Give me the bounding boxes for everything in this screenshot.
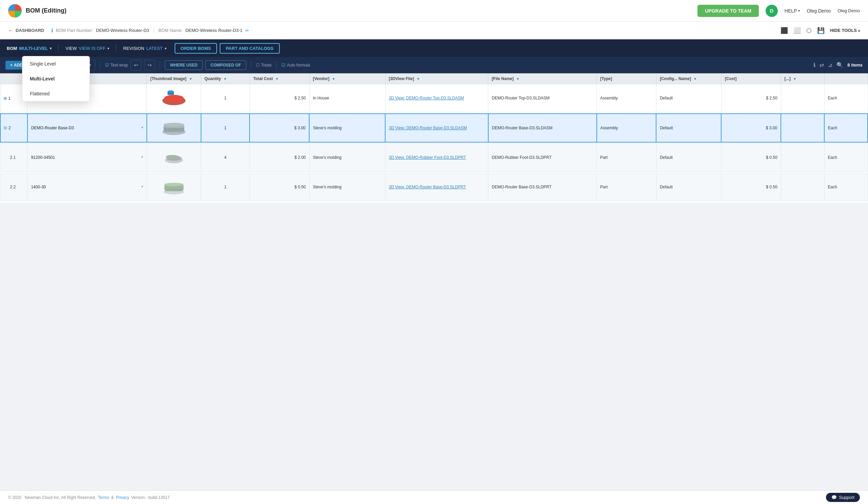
quantity-filter-icon[interactable]: ▼ bbox=[224, 77, 227, 81]
export-icon[interactable]: ⬜ bbox=[793, 27, 801, 34]
search-action-icon[interactable]: 🔍 bbox=[836, 62, 843, 68]
top-navigation: BOM (Editing) UPGRADE TO TEAM D HELP ▾ O… bbox=[0, 0, 868, 22]
col-type: [Type] bbox=[597, 74, 657, 84]
extra-cell bbox=[781, 114, 824, 142]
order-boms-button[interactable]: ORDER BOMS bbox=[175, 43, 217, 54]
part-catalogs-button[interactable]: PART AND CATALOGS bbox=[220, 43, 279, 54]
part-name-cell[interactable]: 91200-34501 ▾ bbox=[28, 143, 147, 172]
3dview-cell: 3D View: DEMO-Rubber Foot-D3.SLDPRT bbox=[385, 143, 488, 172]
save-icon[interactable]: 💾 bbox=[817, 27, 825, 34]
quantity-cell: 1 bbox=[201, 114, 250, 142]
part-name-cell[interactable]: DEMO-Router Base-D3 ▾ bbox=[28, 114, 147, 142]
version-info: Version: -build-13517 bbox=[131, 495, 169, 500]
table-row: 2.1 91200-34501 ▾ 4 $ 2.00 Steve's moldi… bbox=[0, 143, 868, 172]
totals-toggle[interactable]: ☐ Totals bbox=[256, 63, 271, 68]
bom-metadata: ℹ BOM Part Number: DEMO-Wireless Router-… bbox=[51, 28, 249, 33]
row-dropdown-icon[interactable]: ▾ bbox=[141, 155, 143, 159]
type-cell: Part bbox=[597, 143, 657, 172]
col-thumbnail: [Thumbnail Image] ▼ bbox=[147, 74, 201, 84]
single-level-option[interactable]: Single Level bbox=[22, 56, 90, 71]
filter-action-icon[interactable]: ⊿ bbox=[828, 62, 833, 68]
where-used-button[interactable]: WHERE USED bbox=[165, 60, 203, 70]
expand-button[interactable]: ⊖ bbox=[3, 125, 7, 130]
auto-formula-checkbox-icon: ☑ bbox=[281, 62, 286, 68]
undo-button[interactable]: ↩ bbox=[131, 60, 141, 71]
info-action-icon[interactable]: ℹ bbox=[814, 62, 815, 68]
vendor-filter-icon[interactable]: ▼ bbox=[332, 77, 335, 81]
plus-icon: + bbox=[10, 63, 12, 68]
config-cell: Default bbox=[656, 114, 721, 142]
edit-bom-name-icon[interactable]: ✏ bbox=[245, 28, 249, 33]
terms-link[interactable]: Terms bbox=[98, 495, 109, 500]
share-icon[interactable]: ⬡ bbox=[806, 27, 812, 34]
link-action-icon[interactable]: ⇄ bbox=[819, 62, 824, 68]
nav-right: UPGRADE TO TEAM D HELP ▾ Oleg Demo Oleg … bbox=[698, 5, 860, 17]
3dview-link[interactable]: 3D View: DEMO-Router Top-D3.SLDASM bbox=[389, 96, 464, 100]
thumbnail-image bbox=[161, 86, 187, 110]
bom-table: Part Number/Name [Thumbnail Image] ▼ Qua… bbox=[0, 73, 868, 203]
unit-cell: Each bbox=[824, 143, 868, 172]
hide-tools-button[interactable]: HIDE TOOLS ▴ bbox=[830, 28, 860, 33]
total-cost-filter-icon[interactable]: ▼ bbox=[275, 77, 279, 81]
table-row: ⊖2 DEMO-Router Base-D3 ▾ 1 $ 3.00 Steve'… bbox=[0, 114, 868, 142]
total-cost-cell: $ 0.50 bbox=[249, 173, 309, 201]
part-name-cell[interactable]: 1400-30 ▾ bbox=[28, 173, 147, 201]
privacy-link[interactable]: Privacy bbox=[116, 495, 129, 500]
3dview-link[interactable]: 3D View: DEMO-Router Base-D3.SLDPRT bbox=[389, 185, 466, 189]
multi-level-option[interactable]: Multi-Level bbox=[22, 71, 90, 86]
view-dropdown[interactable]: View VIEW IS OFF ▾ bbox=[65, 46, 109, 51]
filename-filter-icon[interactable]: ▼ bbox=[516, 77, 519, 81]
row-number: 2.1 bbox=[0, 143, 28, 172]
3dview-filter-icon[interactable]: ▼ bbox=[416, 77, 420, 81]
thumbnail-filter-icon[interactable]: ▼ bbox=[189, 77, 192, 81]
config-filter-icon[interactable]: ▼ bbox=[693, 77, 697, 81]
composed-of-button[interactable]: COMPOSED OF bbox=[206, 60, 246, 70]
text-wrap-button[interactable]: ☑ Text wrap bbox=[105, 62, 128, 68]
extra-cell bbox=[781, 173, 824, 201]
svg-point-1 bbox=[164, 95, 184, 101]
dropdown-arrow-icon[interactable]: ▾ bbox=[141, 125, 143, 129]
thumbnail-cell bbox=[147, 143, 201, 172]
row-dropdown-icon[interactable]: ▾ bbox=[141, 185, 143, 188]
3dview-link[interactable]: 3D View: DEMO-Router Base-D3.SLDASM bbox=[389, 125, 467, 130]
support-button[interactable]: 💬 Support bbox=[826, 493, 860, 502]
config-cell: Default bbox=[656, 143, 721, 172]
unit-cell: Each bbox=[824, 84, 868, 112]
dashboard-back-button[interactable]: ← DASHBOARD bbox=[8, 28, 44, 33]
app-title: BOM (Editing) bbox=[26, 7, 66, 14]
quantity-cell: 1 bbox=[201, 173, 250, 201]
extra-filter-icon[interactable]: ▼ bbox=[793, 77, 796, 81]
help-button[interactable]: HELP ▾ bbox=[785, 8, 800, 13]
thumbnail-cell bbox=[147, 84, 201, 112]
cost-cell: $ 2.50 bbox=[721, 84, 781, 112]
col-cost: [Cost] bbox=[721, 74, 781, 84]
revision-dropdown[interactable]: Revision LATEST ▾ bbox=[123, 46, 166, 51]
expand-button[interactable]: ⊕ bbox=[3, 96, 7, 101]
vendor-cell: In House bbox=[309, 84, 385, 112]
cost-cell: $ 0.50 bbox=[721, 173, 781, 201]
user-display-name: Oleg Demo bbox=[837, 8, 860, 13]
bom-dropdown[interactable]: BOM MULTI-LEVEL ▾ bbox=[7, 46, 52, 51]
upgrade-button[interactable]: UPGRADE TO TEAM bbox=[698, 5, 759, 17]
filename-cell: DEMO-Router Base-D3.SLDASM bbox=[488, 114, 597, 142]
unit-cell: Each bbox=[824, 114, 868, 142]
info-icon: ℹ bbox=[51, 28, 53, 33]
extra-cell bbox=[781, 143, 824, 172]
vendor-cell: Steve's molding bbox=[309, 173, 385, 201]
import-icon[interactable]: ⬛ bbox=[781, 27, 788, 34]
thumbnail-cell bbox=[147, 173, 201, 201]
total-cost-cell: $ 2.00 bbox=[249, 143, 309, 172]
col-total-cost: Total Cost ▼ bbox=[249, 74, 309, 84]
nav-icons-right: ⬛ ⬜ ⬡ 💾 HIDE TOOLS ▴ bbox=[781, 27, 860, 34]
back-arrow-icon: ← bbox=[8, 28, 13, 33]
auto-formula-toggle[interactable]: ☑ Auto formula bbox=[281, 62, 310, 68]
thumbnail-image bbox=[161, 145, 187, 169]
table-row: ⊕1 DEMO-Router Top-D3 1 $ 2.50 In House … bbox=[0, 84, 868, 112]
redo-button[interactable]: ↪ bbox=[144, 60, 155, 71]
svg-point-3 bbox=[167, 90, 174, 93]
flattened-option[interactable]: Flattened bbox=[22, 86, 90, 101]
col-filename: [File Name] ▼ bbox=[488, 74, 597, 84]
col-3dview: [3DView File] ▼ bbox=[385, 74, 488, 84]
svg-point-7 bbox=[163, 122, 184, 126]
3dview-link[interactable]: 3D View: DEMO-Rubber Foot-D3.SLDPRT bbox=[389, 155, 466, 160]
